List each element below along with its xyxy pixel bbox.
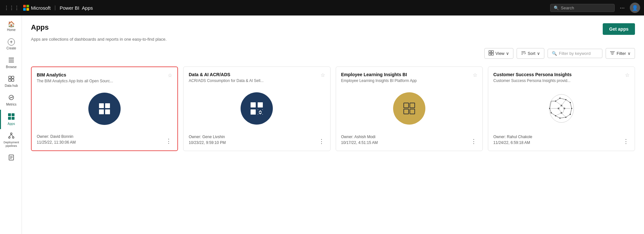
app-icon-circle: [241, 92, 273, 125]
sidebar-item-apps[interactable]: Apps: [0, 110, 22, 129]
app-icon-circle: [393, 92, 425, 125]
card-owner-info: Owner: Ashish Modi 10/17/22, 4:51:15 AM: [341, 134, 378, 146]
card-menu-button[interactable]: ⋮: [318, 137, 325, 146]
sidebar-label-browse: Browse: [6, 65, 16, 69]
app-card-customer-success[interactable]: Customer Success Persona Insights Custom…: [488, 66, 635, 151]
filter-button[interactable]: Filter ∨: [606, 48, 635, 59]
filter-keyword-input[interactable]: 🔍 Filter by keyword: [548, 49, 602, 58]
app-name: Apps: [82, 5, 93, 11]
card-menu-button[interactable]: ⋮: [622, 137, 629, 146]
brand-separator: |: [54, 5, 56, 11]
sidebar-item-datahub[interactable]: Data hub: [0, 72, 22, 91]
svg-line-73: [556, 113, 561, 116]
sort-button[interactable]: Sort ∨: [517, 48, 544, 59]
svg-line-59: [560, 117, 566, 118]
owner-date: 11/25/22, 11:30:06 AM: [37, 139, 76, 145]
user-avatar[interactable]: 👤: [630, 3, 640, 13]
apps-icon: [8, 113, 15, 121]
sidebar-label-apps: Apps: [8, 122, 15, 126]
sidebar-item-create[interactable]: + Create: [0, 35, 22, 54]
search-placeholder: Search: [561, 5, 574, 10]
ms-logo-grid: [23, 5, 29, 11]
home-icon: 🏠: [8, 21, 15, 27]
star-icon[interactable]: ☆: [625, 72, 629, 78]
svg-line-16: [11, 135, 13, 137]
svg-point-60: [560, 117, 561, 119]
card-title: Customer Success Persona Insights: [493, 72, 622, 77]
svg-rect-24: [491, 53, 493, 55]
global-search[interactable]: 🔍 Search: [550, 4, 615, 12]
sidebar-item-pipelines[interactable]: Deployment pipelines: [0, 129, 22, 151]
sidebar-item-home[interactable]: 🏠 Home: [0, 18, 22, 35]
card-header: Employee Learning Insights BI Employee L…: [341, 72, 477, 84]
app-card-data-ai[interactable]: Data & AI ACR/ADS ACR/ADS Consumption fo…: [183, 66, 330, 151]
card-icon-area: [189, 87, 325, 129]
more-options-button[interactable]: ···: [617, 5, 627, 11]
create-icon: +: [8, 38, 15, 46]
app-icon-circuit: [545, 92, 578, 125]
card-title-area: BIM Analytics The BIM Analytics App list…: [37, 72, 165, 84]
sidebar-item-metrics[interactable]: Metrics: [0, 91, 22, 110]
svg-rect-8: [8, 113, 11, 116]
svg-rect-2: [9, 62, 14, 62]
card-subtitle: The BIM Analytics App lists all Open Sou…: [37, 78, 165, 84]
card-menu-button[interactable]: ⋮: [165, 137, 172, 145]
star-icon[interactable]: ☆: [321, 72, 325, 78]
sidebar-item-learn[interactable]: [0, 151, 22, 166]
metrics-icon: [8, 94, 15, 102]
sidebar-label-datahub: Data hub: [5, 84, 18, 88]
star-icon[interactable]: ☆: [473, 72, 477, 78]
app-icon-circle: [88, 93, 121, 125]
get-apps-button[interactable]: Get apps: [603, 23, 635, 35]
svg-line-63: [551, 113, 556, 116]
svg-rect-41: [410, 103, 415, 108]
app-card-employee-learning[interactable]: Employee Learning Insights BI Employee L…: [336, 66, 483, 151]
svg-rect-21: [489, 51, 491, 53]
page-title: Apps: [31, 23, 49, 32]
svg-rect-36: [258, 102, 263, 107]
sidebar: 🏠 Home + Create Browse Data hub Metrics: [0, 15, 22, 234]
star-icon[interactable]: ☆: [168, 72, 172, 78]
view-button[interactable]: View ∨: [484, 48, 513, 59]
card-subtitle: ACR/ADS Consumption for Data & AI Sell..…: [189, 78, 318, 84]
card-icon-area: [493, 87, 629, 129]
app-card-bim-analytics[interactable]: BIM Analytics The BIM Analytics App list…: [31, 66, 178, 151]
owner-date: 10/23/22, 9:59:10 PM: [189, 140, 226, 146]
svg-point-81: [560, 112, 562, 114]
datahub-icon: [8, 76, 15, 83]
brand-name: Microsoft: [31, 5, 51, 11]
grid-icon[interactable]: ⋮⋮⋮: [4, 5, 19, 11]
svg-rect-0: [9, 58, 14, 58]
svg-rect-11: [12, 117, 15, 120]
svg-rect-3: [9, 76, 11, 78]
view-label: View: [495, 51, 504, 56]
svg-rect-33: [99, 109, 104, 114]
svg-rect-35: [251, 102, 256, 107]
app-layout: 🏠 Home + Create Browse Data hub Metrics: [0, 15, 644, 234]
sort-icon: [521, 50, 526, 56]
card-title: Data & AI ACR/ADS: [189, 72, 318, 77]
svg-line-47: [556, 98, 560, 101]
sidebar-item-browse[interactable]: Browse: [0, 54, 22, 72]
svg-rect-32: [105, 103, 110, 108]
card-footer: Owner: Gene Livshin 10/23/22, 9:59:10 PM…: [189, 134, 325, 146]
card-owner-info: Owner: David Bonnin 11/25/22, 11:30:06 A…: [37, 134, 76, 145]
card-icon-area: [341, 87, 477, 129]
owner-date: 11/24/22, 6:59:18 AM: [493, 140, 532, 146]
pipelines-icon: [8, 132, 15, 140]
sort-label: Sort: [528, 51, 535, 56]
svg-line-51: [566, 100, 570, 103]
svg-rect-9: [12, 113, 15, 116]
svg-line-53: [570, 103, 572, 108]
svg-point-14: [13, 137, 14, 138]
card-menu-button[interactable]: ⋮: [470, 137, 477, 146]
svg-rect-42: [404, 109, 409, 114]
card-subtitle: Customer Success Persona Insights provid…: [493, 78, 622, 84]
svg-line-69: [561, 100, 566, 106]
svg-point-78: [560, 105, 562, 106]
svg-rect-4: [12, 76, 14, 78]
svg-point-80: [558, 107, 559, 109]
svg-rect-40: [404, 103, 409, 108]
sidebar-label-home: Home: [7, 28, 16, 32]
svg-line-74: [561, 113, 566, 117]
